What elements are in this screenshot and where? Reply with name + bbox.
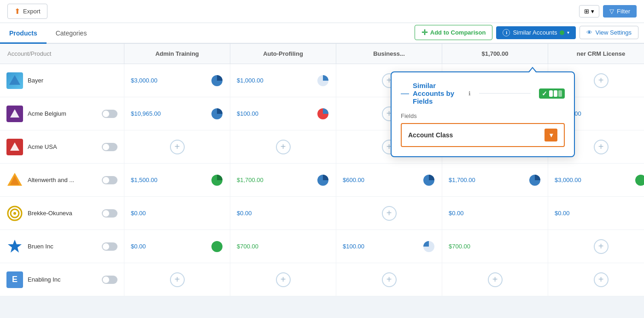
altenwerth-business-pie xyxy=(422,174,435,187)
altenwerth-admin-amount: $1,500.00 xyxy=(131,177,158,183)
altenwerth-auto-pie xyxy=(316,174,329,187)
acme-usa-toggle[interactable] xyxy=(102,143,117,151)
svg-marker-6 xyxy=(10,142,19,151)
altenwerth-crm-pie xyxy=(634,174,644,187)
tab-categories[interactable]: Categories xyxy=(47,23,96,44)
brekke-auto: $0.00 xyxy=(230,197,336,230)
chevron-down-icon: ▾ xyxy=(567,30,569,35)
popup-info-icon[interactable]: ℹ xyxy=(468,90,471,97)
bruen-business-amount: $100.00 xyxy=(343,243,364,250)
brekke-col4: $0.00 xyxy=(442,197,548,230)
header-business: Business... xyxy=(336,44,442,64)
add-comparison-button[interactable]: ✛ Add to Comparison xyxy=(415,25,493,40)
svg-marker-3 xyxy=(10,109,19,118)
acme-usa-auto-add[interactable]: + xyxy=(276,140,291,154)
popup-box: — Similar Accounts by Fields ℹ ✓ Fields … xyxy=(391,71,575,157)
toggle-bar xyxy=(549,90,562,97)
enabling-admin-add[interactable]: + xyxy=(170,272,185,287)
toggle-seg-2 xyxy=(554,90,557,97)
bayer-admin-training: $3,000.00 xyxy=(124,64,230,97)
popup-divider xyxy=(479,93,531,94)
enabling-toggle[interactable] xyxy=(102,276,117,284)
brekke-col4-amount: $0.00 xyxy=(449,210,464,217)
altenwerth-auto-amount: $1,700.00 xyxy=(237,177,263,183)
svg-marker-17 xyxy=(8,240,22,253)
brekke-business-add[interactable]: + xyxy=(382,206,397,221)
bruen-crm-add[interactable]: + xyxy=(594,239,609,254)
bayer-crm-add[interactable]: + xyxy=(594,73,609,88)
header-crm-license: ner CRM License xyxy=(548,44,644,64)
enabling-logo: E xyxy=(6,271,23,288)
bayer-name: Bayer xyxy=(28,77,117,84)
brekke-toggle[interactable] xyxy=(102,209,117,218)
account-row-acme-usa: Acme USA xyxy=(0,130,124,164)
add-comparison-label: Add to Comparison xyxy=(430,29,486,36)
fields-dropdown[interactable]: Account Class ▾ xyxy=(401,123,565,147)
bayer-admin-amount: $3,000.00 xyxy=(131,77,158,84)
enabling-crm-add[interactable]: + xyxy=(594,272,609,287)
bruen-admin: $0.00 xyxy=(124,230,230,263)
chevron-down-icon: ▾ xyxy=(591,8,594,15)
acme-usa-admin-add[interactable]: + xyxy=(170,140,185,154)
tabs-bar: Products Categories ✛ Add to Comparison … xyxy=(0,23,644,44)
popup-toggle[interactable]: ✓ xyxy=(539,88,565,99)
account-row-enabling: E Enabling Inc xyxy=(0,263,124,296)
similar-accounts-label: Similar Accounts xyxy=(513,29,557,36)
enabling-auto-add[interactable]: + xyxy=(276,272,291,287)
enabling-name: Enabling Inc xyxy=(28,276,97,283)
bayer-auto-profiling: $1,000.00 xyxy=(230,64,336,97)
acme-belgium-admin-amount: $10,965.00 xyxy=(131,110,161,117)
account-row-bayer: Bayer xyxy=(0,64,124,97)
altenwerth-name: Altenwerth and ... xyxy=(28,177,97,183)
brekke-business: + xyxy=(336,197,442,230)
view-settings-button[interactable]: 👁 View Settings xyxy=(580,26,638,39)
altenwerth-admin: $1,500.00 xyxy=(124,164,230,197)
grid-icon: ⊞ xyxy=(584,8,589,15)
similar-icon: ℹ xyxy=(503,29,510,36)
bruen-col4-amount: $700.00 xyxy=(449,243,470,250)
acme-belgium-auto-pie xyxy=(316,107,329,120)
enabling-col4-add[interactable]: + xyxy=(488,272,503,287)
enabling-auto: + xyxy=(230,263,336,296)
altenwerth-crm: $3,000.00 xyxy=(548,164,644,197)
acme-belgium-admin-pie xyxy=(211,107,223,120)
altenwerth-toggle[interactable] xyxy=(102,176,117,184)
svg-marker-0 xyxy=(9,75,20,85)
fields-dropdown-arrow[interactable]: ▾ xyxy=(544,129,557,141)
altenwerth-admin-pie xyxy=(211,174,223,187)
acme-belgium-logo xyxy=(6,106,23,122)
enabling-crm: + xyxy=(548,263,644,296)
brekke-auto-amount: $0.00 xyxy=(237,210,252,217)
similar-accounts-popup: — Similar Accounts by Fields ℹ ✓ Fields … xyxy=(391,71,575,157)
filter-button[interactable]: ▽ Filter xyxy=(603,5,637,18)
tab-products[interactable]: Products xyxy=(0,23,47,44)
header-account-product: Account/Product xyxy=(0,44,124,64)
popup-collapse-button[interactable]: — xyxy=(401,88,409,98)
bruen-toggle[interactable] xyxy=(102,242,117,251)
brekke-name: Brekke-Okuneva xyxy=(28,210,97,217)
popup-arrow-inner xyxy=(529,68,536,73)
brekke-admin-amount: $0.00 xyxy=(131,210,146,217)
bruen-crm: + xyxy=(548,230,644,263)
account-row-acme-belgium: Acme Belgium xyxy=(0,97,124,130)
grid-toggle-button[interactable]: ⊞ ▾ xyxy=(579,5,599,18)
brekke-crm: $0.00 xyxy=(548,197,644,230)
account-row-bruen: Bruen Inc xyxy=(0,230,124,263)
filter-icon: ▽ xyxy=(609,8,614,15)
bayer-admin-pie xyxy=(211,74,223,87)
header-auto-profiling: Auto-Profiling xyxy=(230,44,336,64)
acme-usa-crm-add[interactable]: + xyxy=(594,140,609,154)
similar-accounts-button[interactable]: ℹ Similar Accounts ▾ xyxy=(496,26,576,39)
export-label: Export xyxy=(23,8,41,15)
acme-belgium-toggle[interactable] xyxy=(102,110,117,118)
enabling-business-add[interactable]: + xyxy=(382,272,397,287)
header-col4: $1,700.00 xyxy=(442,44,548,64)
bruen-admin-amount: $0.00 xyxy=(131,243,146,250)
header-admin-training: Admin Training xyxy=(124,44,230,64)
acme-belgium-auto: $100.00 xyxy=(230,97,336,130)
filter-label: Filter xyxy=(617,8,630,15)
altenwerth-auto: $1,700.00 xyxy=(230,164,336,197)
svg-point-18 xyxy=(211,241,222,252)
main-content: Account/Product Admin Training Auto-Prof… xyxy=(0,44,644,316)
export-button[interactable]: ⬆ Export xyxy=(7,4,47,19)
